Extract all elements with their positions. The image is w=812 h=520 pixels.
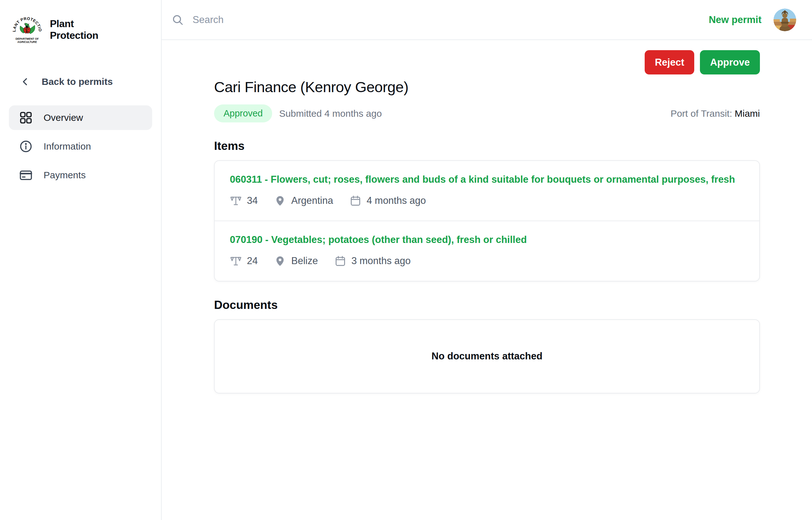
- item-date: 3 months ago: [334, 255, 411, 267]
- user-avatar[interactable]: [773, 8, 796, 31]
- port-of-transit: Port of Transit:Miami: [670, 108, 760, 119]
- topbar: New permit: [162, 0, 812, 40]
- item-date-value: 4 months ago: [366, 195, 426, 206]
- plant-protection-seal-icon: PLANT PROTECTION DEPARTMENT OF AGRICULTU…: [11, 14, 43, 46]
- app-logo: PLANT PROTECTION DEPARTMENT OF AGRICULTU…: [11, 14, 152, 46]
- sidebar-item-overview[interactable]: Overview: [9, 105, 152, 130]
- info-icon: [19, 139, 33, 153]
- item-title-link[interactable]: 060311 - Flowers, cut; roses, flowers an…: [230, 174, 744, 186]
- sidebar-item-label: Overview: [44, 112, 83, 123]
- svg-text:AGRICULTURE: AGRICULTURE: [17, 41, 37, 44]
- item-meta: 24 Belize: [230, 255, 744, 267]
- item-quantity: 34: [230, 195, 258, 207]
- app-title: Plant Protection: [50, 18, 98, 41]
- submitted-text: Submitted 4 months ago: [279, 108, 382, 119]
- search-icon: [172, 14, 184, 26]
- item-origin: Belize: [274, 255, 318, 267]
- avatar-photo: [773, 8, 796, 31]
- sidebar-item-label: Payments: [44, 170, 85, 181]
- items-heading: Items: [214, 139, 760, 153]
- calendar-icon: [350, 195, 361, 207]
- credit-card-icon: [19, 168, 33, 182]
- item-origin-value: Argentina: [291, 195, 333, 206]
- status-row: Approved Submitted 4 months ago Port of …: [214, 104, 760, 123]
- sidebar: PLANT PROTECTION DEPARTMENT OF AGRICULTU…: [0, 0, 162, 520]
- sidebar-item-information[interactable]: Information: [9, 134, 152, 159]
- sidebar-item-payments[interactable]: Payments: [9, 163, 152, 187]
- item-row[interactable]: 070190 - Vegetables; potatoes (other tha…: [215, 220, 759, 281]
- map-pin-icon: [274, 195, 286, 207]
- item-date-value: 3 months ago: [351, 255, 411, 267]
- scale-icon: [230, 255, 242, 267]
- svg-text:DEPARTMENT OF: DEPARTMENT OF: [16, 37, 39, 41]
- search-input[interactable]: [193, 14, 709, 26]
- calendar-icon: [334, 255, 346, 267]
- port-of-transit-label: Port of Transit:: [670, 108, 732, 119]
- scale-icon: [230, 195, 242, 207]
- status-badge: Approved: [214, 104, 272, 123]
- documents-heading: Documents: [214, 298, 760, 312]
- sidebar-nav: Overview Information Payments: [9, 105, 152, 187]
- item-title-link[interactable]: 070190 - Vegetables; potatoes (other tha…: [230, 234, 744, 246]
- sidebar-item-label: Information: [44, 141, 91, 152]
- item-quantity-value: 24: [247, 255, 258, 267]
- items-card: 060311 - Flowers, cut; roses, flowers an…: [214, 160, 760, 282]
- back-to-permits-link[interactable]: Back to permits: [19, 76, 152, 88]
- permit-detail: Reject Approve Cari Finance (Kenroy Geor…: [162, 40, 812, 393]
- back-to-permits-label: Back to permits: [42, 76, 113, 87]
- documents-card: No documents attached: [214, 319, 760, 393]
- reject-button[interactable]: Reject: [645, 50, 694, 75]
- item-origin: Argentina: [274, 195, 333, 207]
- item-row[interactable]: 060311 - Flowers, cut; roses, flowers an…: [215, 161, 759, 220]
- item-quantity: 24: [230, 255, 258, 267]
- port-of-transit-value: Miami: [735, 108, 760, 119]
- grid-icon: [19, 111, 33, 125]
- map-pin-icon: [274, 255, 286, 267]
- permit-title: Cari Finance (Kenroy George): [214, 78, 760, 96]
- item-quantity-value: 34: [247, 195, 258, 206]
- chevron-left-icon: [19, 76, 31, 88]
- item-date: 4 months ago: [350, 195, 426, 207]
- main-area: New permit: [162, 0, 812, 520]
- new-permit-button[interactable]: New permit: [709, 14, 761, 26]
- no-documents-message: No documents attached: [432, 350, 542, 362]
- item-meta: 34 Argentina: [230, 195, 744, 207]
- search-bar: [172, 14, 709, 26]
- permit-actions: Reject Approve: [214, 50, 760, 75]
- item-origin-value: Belize: [291, 255, 318, 267]
- approve-button[interactable]: Approve: [700, 50, 760, 75]
